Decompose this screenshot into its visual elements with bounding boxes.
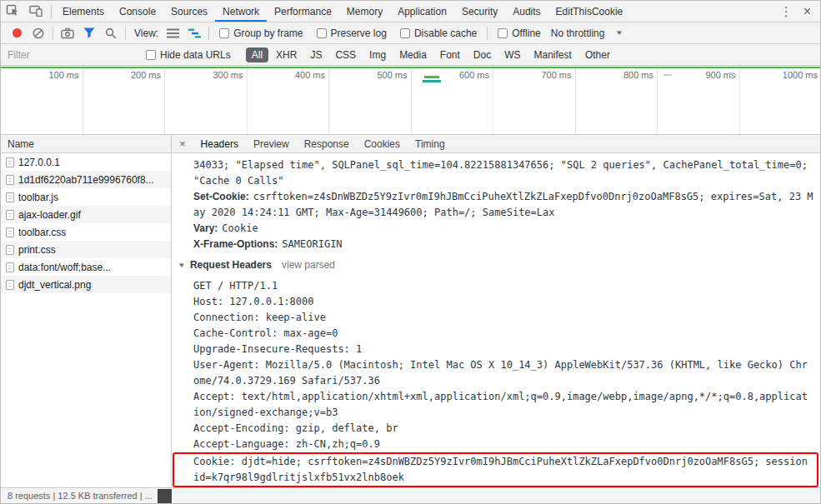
filter-toggle-button[interactable] — [78, 24, 100, 42]
status-bar: 8 requests | 12.5 KB transferred | ... — [1, 487, 820, 503]
section-title: Request Headers — [190, 257, 272, 273]
document-icon — [6, 157, 14, 167]
request-row[interactable]: djdt_vertical.png — [1, 276, 171, 293]
close-detail-icon[interactable]: × — [172, 137, 193, 150]
filter-pill-doc[interactable]: Doc — [468, 47, 497, 62]
header-name: X-Frame-Options: — [193, 238, 278, 250]
devtools-window: Elements Console Sources Network Perform… — [0, 0, 821, 504]
timeline-tick: 500 ms — [329, 66, 412, 134]
request-name: 1d1df6220ab711e9996760f8... — [18, 174, 154, 186]
resource-type-filters: All XHR JS CSS Img Media Font Doc WS Man… — [246, 47, 618, 62]
tab-sources[interactable]: Sources — [163, 1, 215, 22]
filter-pill-ws[interactable]: WS — [498, 47, 526, 62]
filter-pill-font[interactable]: Font — [434, 47, 466, 62]
chevron-down-icon: ▼ — [615, 29, 623, 37]
response-header-set-cookie: Set-Cookie:csrftoken=z4sDnWBZDz5Y9zIvr0m… — [193, 189, 813, 221]
checkbox-box — [498, 28, 508, 38]
tab-editthiscookie[interactable]: EditThisCookie — [548, 1, 631, 22]
overflow-menu-icon[interactable]: ⋮ — [773, 4, 800, 19]
search-icon — [105, 27, 117, 39]
tab-audits[interactable]: Audits — [505, 1, 548, 22]
tab-security[interactable]: Security — [454, 1, 505, 22]
tab-performance[interactable]: Performance — [267, 1, 339, 22]
view-parsed-link[interactable]: view parsed — [282, 257, 335, 273]
raw-request-line: Cache-Control: max-age=0 — [193, 326, 813, 342]
separator — [51, 5, 52, 18]
request-list: 127.0.0.1 1d1df6220ab711e9996760f8... to… — [1, 153, 171, 487]
filter-pill-all[interactable]: All — [246, 47, 268, 62]
detail-tab-response[interactable]: Response — [297, 135, 357, 152]
timeline-tick: 1000 ms — [740, 66, 821, 134]
hide-data-urls-checkbox[interactable]: Hide data URLs — [146, 49, 231, 61]
network-overview[interactable]: 100 ms 200 ms 300 ms 400 ms 500 ms 600 m… — [1, 66, 820, 135]
request-row[interactable]: ajax-loader.gif — [1, 206, 171, 223]
list-rows-icon — [167, 28, 179, 38]
pane-resize-handle[interactable] — [158, 489, 172, 503]
network-main: Name 127.0.0.1 1d1df6220ab711e9996760f8.… — [1, 135, 820, 487]
request-row[interactable]: 1d1df6220ab711e9996760f8... — [1, 171, 171, 188]
filter-funnel-icon — [83, 27, 95, 38]
show-overview-toggle-button[interactable] — [183, 24, 205, 42]
raw-request-line: User-Agent: Mozilla/5.0 (Macintosh; Inte… — [193, 357, 813, 389]
tab-elements[interactable]: Elements — [55, 1, 112, 22]
request-name: data:font/woff;base... — [18, 262, 111, 273]
checkbox-box — [317, 28, 327, 38]
detail-tab-cookies[interactable]: Cookies — [357, 135, 408, 152]
detail-tab-headers[interactable]: Headers — [193, 135, 246, 152]
inspect-element-button[interactable] — [1, 1, 24, 19]
large-rows-toggle-button[interactable] — [162, 24, 183, 42]
camera-icon — [61, 27, 74, 39]
load-event-line — [1, 67, 820, 68]
disable-cache-checkbox[interactable]: Disable cache — [400, 27, 477, 39]
tab-application[interactable]: Application — [390, 1, 454, 22]
stylesheet-icon — [6, 245, 14, 255]
request-row[interactable]: print.css — [1, 241, 171, 258]
waterfall-mark — [424, 76, 439, 78]
tab-network[interactable]: Network — [215, 1, 267, 22]
filter-pill-xhr[interactable]: XHR — [270, 47, 303, 62]
throttling-select[interactable]: No throttling ▼ — [551, 27, 623, 39]
raw-request-line: Accept-Encoding: gzip, deflate, br — [193, 421, 813, 437]
name-column-header[interactable]: Name — [1, 135, 171, 153]
tab-console[interactable]: Console — [112, 1, 163, 22]
view-label: View: — [134, 27, 158, 39]
checkbox-label: Disable cache — [414, 27, 477, 39]
offline-checkbox[interactable]: Offline — [498, 27, 540, 39]
filter-pill-other[interactable]: Other — [579, 47, 616, 62]
preserve-log-checkbox[interactable]: Preserve log — [317, 27, 387, 39]
filter-input[interactable] — [8, 49, 139, 61]
detail-tab-preview[interactable]: Preview — [246, 135, 297, 152]
filter-pill-img[interactable]: Img — [363, 47, 392, 62]
request-name: toolbar.js — [18, 192, 58, 203]
device-toolbar-button[interactable] — [24, 1, 48, 19]
filter-pill-js[interactable]: JS — [304, 47, 328, 62]
filter-pill-manifest[interactable]: Manifest — [528, 47, 578, 62]
group-by-frame-checkbox[interactable]: Group by frame — [219, 27, 303, 39]
request-headers-section-toggle[interactable]: ▼ Request Headers view parsed — [178, 257, 813, 273]
request-row[interactable]: 127.0.0.1 — [1, 153, 171, 171]
search-button[interactable] — [100, 24, 122, 42]
request-row[interactable]: toolbar.css — [1, 223, 171, 241]
filter-pill-css[interactable]: CSS — [329, 47, 362, 62]
request-name: print.css — [18, 244, 56, 256]
request-name: toolbar.css — [18, 227, 66, 238]
response-header-vary: Vary:Cookie — [193, 221, 813, 237]
highlight-annotation: Cookie: djdt=hide; csrftoken=z4sDnWBZDz5… — [173, 452, 818, 487]
clear-icon — [33, 27, 44, 39]
detail-tab-timing[interactable]: Timing — [408, 135, 453, 152]
timeline-tick: 400 ms — [248, 66, 330, 134]
request-detail-pane: × Headers Preview Response Cookies Timin… — [172, 135, 820, 487]
request-row[interactable]: toolbar.js — [1, 188, 171, 206]
checkbox-label: Preserve log — [331, 27, 387, 39]
clear-network-log-button[interactable] — [28, 24, 49, 42]
filter-pill-media[interactable]: Media — [393, 47, 433, 62]
header-value: SAMEORIGIN — [282, 238, 342, 250]
record-network-log-button[interactable] — [6, 24, 28, 42]
timeline-tick: 200 ms — [83, 66, 166, 134]
waterfall-overview-icon — [188, 28, 201, 38]
capture-screenshots-button[interactable] — [57, 24, 78, 42]
throttling-value: No throttling — [551, 27, 605, 39]
request-row[interactable]: data:font/woff;base... — [1, 258, 171, 276]
close-devtools-icon[interactable]: × — [800, 4, 820, 19]
tab-memory[interactable]: Memory — [339, 1, 390, 22]
